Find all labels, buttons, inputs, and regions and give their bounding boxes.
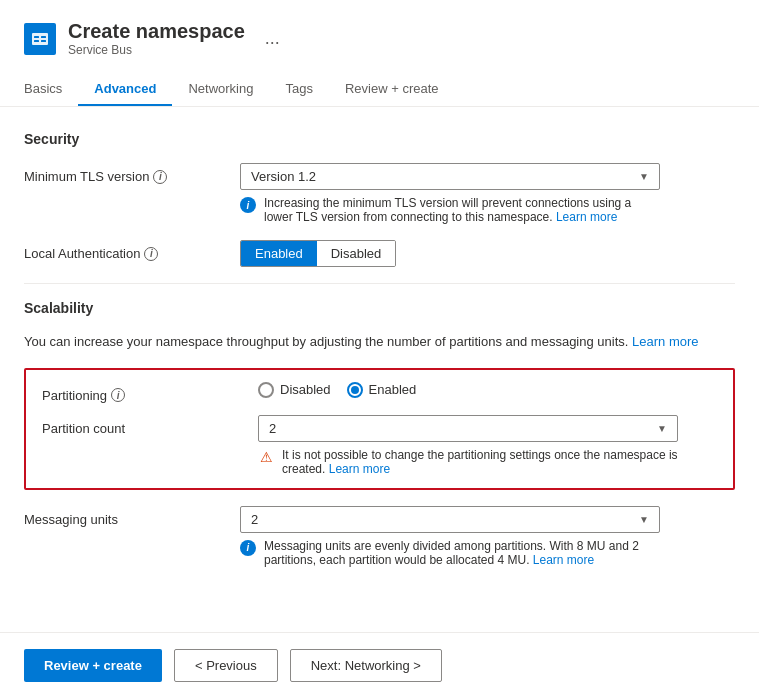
footer: Review + create < Previous Next: Network… xyxy=(0,632,759,698)
security-section: Security Minimum TLS version i Version 1… xyxy=(24,131,735,267)
auth-toggle-group: Enabled Disabled xyxy=(240,240,396,267)
partition-count-select[interactable]: 2 ▼ xyxy=(258,415,678,442)
scalability-section: Scalability You can increase your namesp… xyxy=(24,300,735,567)
service-bus-icon xyxy=(24,23,56,55)
auth-row: Local Authentication i Enabled Disabled xyxy=(24,240,735,267)
svg-rect-3 xyxy=(34,40,39,42)
tls-version-select[interactable]: Version 1.2 ▼ xyxy=(240,163,660,190)
messaging-units-info-box: i Messaging units are evenly divided amo… xyxy=(240,539,660,567)
svg-rect-2 xyxy=(41,36,46,38)
partitioning-row: Partitioning i Disabled xyxy=(42,382,717,403)
partitioning-info-icon[interactable]: i xyxy=(111,388,125,402)
tab-advanced[interactable]: Advanced xyxy=(78,73,172,106)
tab-review-create[interactable]: Review + create xyxy=(329,73,455,106)
partitioning-enabled-radio[interactable] xyxy=(347,382,363,398)
messaging-units-row: Messaging units 2 ▼ i Messaging units ar… xyxy=(24,506,735,567)
auth-disabled-button[interactable]: Disabled xyxy=(317,241,396,266)
chevron-down-icon: ▼ xyxy=(639,171,649,182)
partitioning-control: Disabled Enabled xyxy=(258,382,717,398)
partitioning-enabled-option[interactable]: Enabled xyxy=(347,382,417,398)
page-title: Create namespace xyxy=(68,20,245,43)
tab-tags[interactable]: Tags xyxy=(269,73,328,106)
info-circle-icon: i xyxy=(240,197,256,213)
messaging-units-select[interactable]: 2 ▼ xyxy=(240,506,660,533)
partitioning-box: Partitioning i Disabled xyxy=(24,368,735,490)
tab-networking[interactable]: Networking xyxy=(172,73,269,106)
partition-count-row: Partition count 2 ▼ ⚠ It is not possible… xyxy=(42,415,717,476)
partition-warning-box: ⚠ It is not possible to change the parti… xyxy=(258,448,678,476)
radio-dot xyxy=(351,386,359,394)
tls-control: Version 1.2 ▼ i Increasing the minimum T… xyxy=(240,163,735,224)
page-subtitle: Service Bus xyxy=(68,43,245,57)
more-options-button[interactable]: ... xyxy=(265,28,280,49)
tls-row: Minimum TLS version i Version 1.2 ▼ i In… xyxy=(24,163,735,224)
divider xyxy=(24,283,735,284)
partitioning-radio-group: Disabled Enabled xyxy=(258,382,717,398)
scalability-title: Scalability xyxy=(24,300,735,316)
svg-rect-4 xyxy=(41,40,46,42)
partitioning-label: Partitioning i xyxy=(42,382,242,403)
messaging-units-label: Messaging units xyxy=(24,506,224,527)
tab-basics[interactable]: Basics xyxy=(24,73,78,106)
chevron-down-icon: ▼ xyxy=(639,514,649,525)
review-create-button[interactable]: Review + create xyxy=(24,649,162,682)
partition-learn-more-link[interactable]: Learn more xyxy=(329,462,390,476)
scalability-description: You can increase your namespace throughp… xyxy=(24,332,735,352)
info-circle-icon: i xyxy=(240,540,256,556)
next-button[interactable]: Next: Networking > xyxy=(290,649,442,682)
tls-label: Minimum TLS version i xyxy=(24,163,224,184)
partitioning-disabled-option[interactable]: Disabled xyxy=(258,382,331,398)
messaging-learn-more-link[interactable]: Learn more xyxy=(533,553,594,567)
auth-enabled-button[interactable]: Enabled xyxy=(241,241,317,266)
scalability-learn-more-link[interactable]: Learn more xyxy=(632,334,698,349)
svg-rect-0 xyxy=(32,33,48,45)
auth-label: Local Authentication i xyxy=(24,240,224,261)
chevron-down-icon: ▼ xyxy=(657,423,667,434)
previous-button[interactable]: < Previous xyxy=(174,649,278,682)
svg-rect-1 xyxy=(34,36,39,38)
page-header: Create namespace Service Bus ... Basics … xyxy=(0,0,759,107)
partition-count-control: 2 ▼ ⚠ It is not possible to change the p… xyxy=(258,415,717,476)
partitioning-disabled-radio[interactable] xyxy=(258,382,274,398)
tls-info-box: i Increasing the minimum TLS version wil… xyxy=(240,196,660,224)
partition-count-label: Partition count xyxy=(42,415,242,436)
security-title: Security xyxy=(24,131,735,147)
auth-control: Enabled Disabled xyxy=(240,240,735,267)
warning-triangle-icon: ⚠ xyxy=(258,449,274,465)
messaging-units-control: 2 ▼ i Messaging units are evenly divided… xyxy=(240,506,735,567)
tls-learn-more-link[interactable]: Learn more xyxy=(556,210,617,224)
main-content: Security Minimum TLS version i Version 1… xyxy=(0,107,759,632)
tls-info-icon[interactable]: i xyxy=(153,170,167,184)
auth-info-icon[interactable]: i xyxy=(144,247,158,261)
tab-bar: Basics Advanced Networking Tags Review +… xyxy=(24,73,735,106)
